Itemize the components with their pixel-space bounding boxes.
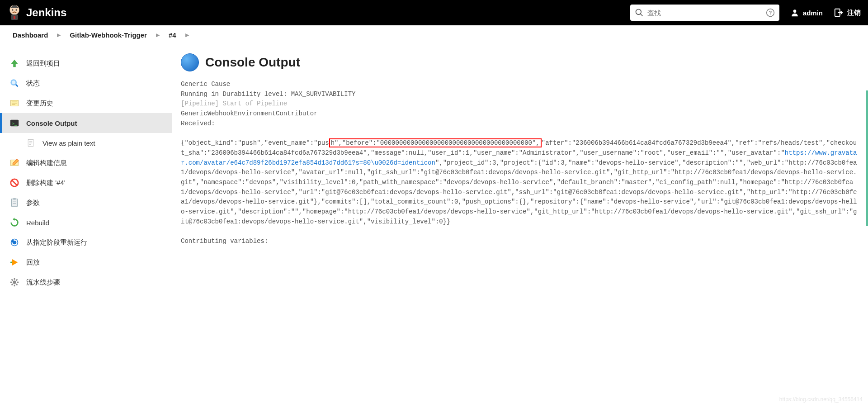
sidebar-item-rebuild[interactable]: Rebuild <box>0 213 172 232</box>
sidebar-item-label: 变更历史 <box>26 99 53 108</box>
right-gutter <box>866 90 868 226</box>
search-input[interactable] <box>647 9 762 17</box>
svg-line-37 <box>12 280 13 281</box>
svg-line-40 <box>16 280 18 281</box>
json-text: ","project_id":3,"project":{"id":3,"name… <box>181 159 857 225</box>
logout-label: 注销 <box>847 9 861 17</box>
sidebar-item-replay[interactable]: 回放 <box>0 252 172 272</box>
refresh-green-icon <box>9 217 20 228</box>
sidebar-item-status[interactable]: 状态 <box>0 73 172 93</box>
sidebar: 返回到项目 状态 变更历史 >_ Console Output View as … <box>0 45 172 408</box>
magnifier-icon <box>9 78 20 89</box>
sidebar-item-params[interactable]: 参数 <box>0 193 172 213</box>
breadcrumb-build[interactable]: #4 <box>165 31 180 39</box>
svg-point-32 <box>13 280 16 284</box>
watermark: https://blog.csdn.net/qq_34556414 <box>779 396 863 403</box>
console-line: Received: <box>181 119 859 129</box>
console-line: Contributing variables: <box>181 237 859 247</box>
refresh-blue-icon <box>9 237 20 248</box>
svg-line-12 <box>16 85 18 87</box>
forbidden-icon <box>9 177 20 188</box>
page-title-row: Console Output <box>181 53 859 71</box>
sidebar-item-restart-stage[interactable]: 从指定阶段重新运行 <box>0 232 172 252</box>
svg-line-38 <box>16 284 18 285</box>
build-status-ball-icon <box>181 53 199 71</box>
gear-icon <box>9 277 20 288</box>
svg-line-25 <box>12 180 17 185</box>
up-arrow-icon <box>9 58 20 69</box>
svg-text:>_: >_ <box>12 121 18 126</box>
breadcrumb-job[interactable]: Gitlab-Webhook-Trigger <box>66 31 151 39</box>
breadcrumb: Dashboard ▶ Gitlab-Webhook-Trigger ▶ #4 … <box>0 25 868 45</box>
username-label: admin <box>803 9 823 17</box>
svg-point-11 <box>11 80 16 85</box>
svg-point-9 <box>793 9 796 13</box>
sidebar-item-label: 流水线步骤 <box>26 278 60 287</box>
logout-button[interactable]: 注销 <box>834 8 861 18</box>
chevron-icon: ▶ <box>182 32 193 38</box>
sidebar-item-label: Console Output <box>26 119 77 127</box>
sidebar-item-edit[interactable]: 编辑构建信息 <box>0 153 172 173</box>
console-json: {"object_kind":"push","event_name":"push… <box>181 138 857 225</box>
console-line: Running in Durability level: MAX_SURVIVA… <box>181 90 859 100</box>
svg-point-31 <box>10 261 12 263</box>
sidebar-item-changes[interactable]: 变更历史 <box>0 93 172 113</box>
terminal-icon: >_ <box>9 118 20 128</box>
svg-line-39 <box>12 284 13 285</box>
user-menu[interactable]: admin <box>790 8 823 17</box>
play-orange-icon <box>9 257 20 268</box>
sidebar-item-console[interactable]: >_ Console Output <box>0 113 172 133</box>
console-line: GenericWebhookEnvironmentContributor <box>181 109 859 119</box>
logout-icon <box>834 8 844 18</box>
sidebar-item-label: 状态 <box>26 79 40 88</box>
sidebar-item-pipeline-steps[interactable]: 流水线步骤 <box>0 272 172 292</box>
console-line: [Pipeline] Start of Pipeline <box>181 99 859 109</box>
top-header: Jenkins ? admin 注销 <box>0 0 868 25</box>
sidebar-item-label: 删除构建 '#4' <box>26 179 66 187</box>
search-box[interactable]: ? <box>630 5 779 21</box>
sidebar-item-label: 回放 <box>26 258 40 267</box>
svg-rect-4 <box>14 16 15 19</box>
sidebar-item-plaintext[interactable]: View as plain text <box>0 133 172 153</box>
svg-text:?: ? <box>769 10 772 15</box>
highlighted-region: h","before":"000000000000000000000000000… <box>329 138 542 147</box>
page-title: Console Output <box>205 55 300 70</box>
jenkins-mascot-icon <box>7 4 22 22</box>
svg-rect-27 <box>13 198 16 200</box>
svg-point-2 <box>12 9 14 11</box>
sidebar-item-delete[interactable]: 删除构建 '#4' <box>0 173 172 193</box>
search-icon <box>635 8 644 17</box>
clipboard-icon <box>9 197 20 208</box>
svg-line-6 <box>640 14 642 16</box>
sidebar-item-label: 返回到项目 <box>26 59 60 68</box>
sidebar-item-label: 从指定阶段重新运行 <box>26 238 87 247</box>
main-layout: 返回到项目 状态 变更历史 >_ Console Output View as … <box>0 45 868 408</box>
svg-point-5 <box>636 9 641 15</box>
notepad-icon <box>9 98 20 109</box>
jenkins-logo[interactable]: Jenkins <box>7 4 66 22</box>
sidebar-item-label: View as plain text <box>42 139 95 147</box>
console-line: Generic Cause <box>181 80 859 90</box>
sidebar-item-label: 编辑构建信息 <box>26 159 67 167</box>
svg-rect-26 <box>12 199 18 207</box>
user-icon <box>790 8 799 17</box>
json-text: {"object_kind":"push","event_name":"pus <box>181 139 329 147</box>
sidebar-item-label: Rebuild <box>26 219 49 227</box>
chevron-icon: ▶ <box>53 32 64 38</box>
help-icon[interactable]: ? <box>766 8 775 17</box>
edit-icon <box>9 157 20 168</box>
sidebar-item-label: 参数 <box>26 199 40 207</box>
chevron-icon: ▶ <box>152 32 163 38</box>
main-content: Console Output Generic Cause Running in … <box>172 45 868 408</box>
brand-text: Jenkins <box>26 6 66 19</box>
document-icon <box>25 138 36 148</box>
console-output: Generic Cause Running in Durability leve… <box>181 80 859 247</box>
breadcrumb-dashboard[interactable]: Dashboard <box>9 31 52 39</box>
sidebar-item-back[interactable]: 返回到项目 <box>0 53 172 73</box>
svg-point-3 <box>16 9 17 11</box>
